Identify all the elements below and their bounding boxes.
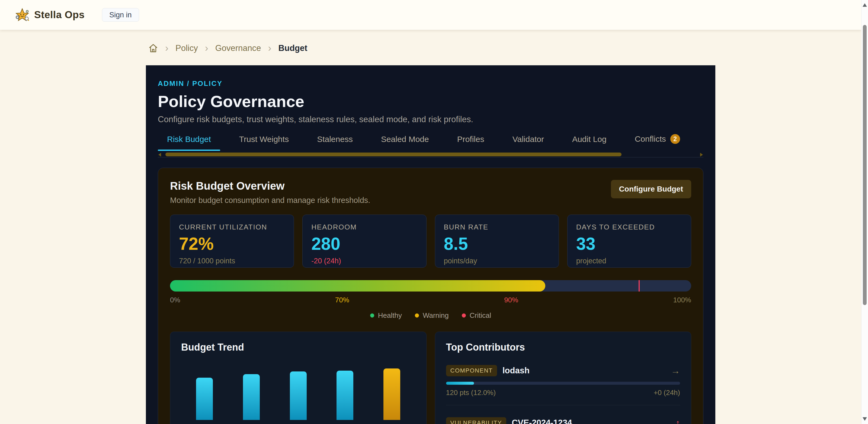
stat-value: 280 — [311, 235, 417, 253]
overview-subtitle: Monitor budget consumption and manage ri… — [170, 196, 370, 205]
scale-label-100: 100% — [673, 296, 691, 304]
trend-col-12-1: 12/1 — [183, 368, 226, 424]
page-scrollbar[interactable] — [861, 0, 868, 424]
stat-label: DAYS TO EXCEEDED — [576, 223, 682, 231]
tab-scrollbar — [158, 152, 704, 158]
risk-budget-overview-section: Risk Budget Overview Monitor budget cons… — [158, 168, 704, 424]
page-subtitle: Configure risk budgets, trust weights, s… — [158, 115, 704, 124]
budget-utilization-fill — [170, 280, 545, 292]
tab-label: Trust Weights — [239, 135, 289, 144]
legend-label: Critical — [470, 311, 491, 320]
contributor-row-cve-2024-1234[interactable]: VULNERABILITYCVE-2024-1234↑95 pts (9.5%)… — [446, 417, 680, 424]
tab-pl[interactable]: Pl — [699, 135, 704, 151]
home-icon[interactable] — [148, 43, 158, 53]
contributor-points: 120 pts (12.0%) — [446, 389, 496, 397]
legend-item-healthy: Healthy — [370, 311, 402, 320]
scroll-down-icon[interactable] — [863, 417, 867, 421]
legend-label: Healthy — [378, 311, 402, 320]
legend-label: Warning — [423, 311, 449, 320]
scroll-up-icon[interactable] — [863, 3, 867, 7]
breadcrumb-item-policy[interactable]: Policy — [176, 43, 198, 53]
stat-value: 72% — [179, 235, 285, 253]
tab-label: Audit Log — [572, 135, 607, 144]
stat-card-current-utilization: CURRENT UTILIZATION72%720 / 1000 points — [170, 215, 294, 268]
configure-budget-button[interactable]: Configure Budget — [611, 180, 691, 198]
breadcrumb-item-budget: Budget — [278, 43, 308, 53]
top-contributors-title: Top Contributors — [446, 341, 680, 353]
tab-conflicts[interactable]: Conflicts2 — [626, 134, 689, 151]
tab-profiles[interactable]: Profiles — [448, 135, 494, 151]
stat-value: 33 — [576, 235, 682, 253]
contributor-header: COMPONENTlodash→ — [446, 365, 680, 376]
legend-item-critical: Critical — [462, 311, 491, 320]
app-header: Stella Ops Sign in — [0, 0, 862, 30]
page: Stella Ops Sign in ›Policy›Governance›Bu… — [0, 0, 868, 424]
tab-label: Profiles — [457, 135, 484, 144]
tab-label: Conflicts — [635, 134, 666, 143]
stat-subtext: projected — [576, 257, 682, 265]
trend-col-12-8: 12/8 — [230, 368, 273, 424]
tabs: Risk BudgetTrust WeightsStalenessSealed … — [158, 134, 704, 151]
stat-label: BURN RATE — [444, 223, 550, 231]
stat-value: 8.5 — [444, 235, 550, 253]
chevron-right-icon: › — [165, 43, 168, 53]
page-hero: ADMIN / POLICY Policy Governance Configu… — [146, 65, 715, 124]
policy-governance-panel: ADMIN / POLICY Policy Governance Configu… — [146, 65, 715, 424]
stat-card-headroom: HEADROOM280-20 (24h) — [302, 215, 426, 268]
breadcrumb-item-governance[interactable]: Governance — [215, 43, 261, 53]
stat-label: CURRENT UTILIZATION — [179, 223, 285, 231]
arrow-up-icon: ↑ — [676, 418, 680, 424]
budget-utilization-bar — [170, 280, 691, 292]
legend-item-warning: Warning — [415, 311, 449, 320]
tab-bar: Risk BudgetTrust WeightsStalenessSealed … — [158, 134, 704, 158]
arrow-right-icon: → — [671, 366, 680, 375]
tab-audit-log[interactable]: Audit Log — [563, 135, 616, 151]
tab-scroll-left-icon[interactable] — [158, 153, 161, 157]
page-scrollbar-thumb[interactable] — [863, 25, 867, 305]
overview-header: Risk Budget Overview Monitor budget cons… — [170, 180, 691, 205]
page-title: Policy Governance — [158, 92, 704, 111]
trend-bar-12-29 — [383, 368, 400, 420]
tab-staleness[interactable]: Staleness — [308, 135, 362, 151]
tab-validator[interactable]: Validator — [503, 135, 553, 151]
contributor-type-badge: VULNERABILITY — [446, 417, 506, 424]
scale-label-0: 0% — [170, 296, 180, 304]
trend-col-12-29: 12/29 — [370, 368, 413, 424]
warning-dot-icon — [415, 314, 419, 318]
trend-bar-12-15 — [290, 371, 307, 420]
stat-cards: CURRENT UTILIZATION72%720 / 1000 pointsH… — [170, 215, 691, 268]
breadcrumb-eyebrow: ADMIN / POLICY — [158, 79, 704, 88]
tab-scroll-right-icon[interactable] — [700, 153, 703, 157]
tab-label: Validator — [513, 135, 544, 144]
overview-heading: Risk Budget Overview Monitor budget cons… — [170, 180, 370, 205]
stat-subtext: points/day — [444, 257, 550, 265]
stat-subtext: 720 / 1000 points — [179, 257, 285, 265]
budget-scale-labels: 0%70%90%100% — [170, 296, 691, 304]
stat-label: HEADROOM — [311, 223, 417, 231]
tab-label: Sealed Mode — [381, 135, 429, 144]
trend-col-12-22: 12/22 — [323, 368, 367, 424]
stat-card-days-to-exceeded: DAYS TO EXCEEDED33projected — [567, 215, 691, 268]
trend-bar-12-1 — [196, 378, 213, 420]
contributor-list: COMPONENTlodash→120 pts (12.0%)+0 (24h)V… — [446, 365, 680, 424]
budget-trend-title: Budget Trend — [181, 341, 415, 353]
chevron-right-icon: › — [205, 43, 208, 53]
contributor-stats: 120 pts (12.0%)+0 (24h) — [446, 389, 680, 397]
brand: Stella Ops — [15, 8, 85, 22]
stat-card-burn-rate: BURN RATE8.5points/day — [435, 215, 559, 268]
budget-trend-chart: 12/112/812/1512/2212/29 — [181, 368, 415, 424]
critical-threshold-marker — [639, 280, 640, 292]
brand-name: Stella Ops — [34, 9, 85, 21]
tab-badge-conflicts: 2 — [670, 134, 680, 144]
tab-trust-weights[interactable]: Trust Weights — [230, 135, 298, 151]
tab-sealed-mode[interactable]: Sealed Mode — [372, 135, 438, 151]
budget-legend: HealthyWarningCritical — [170, 311, 691, 320]
contributor-delta: +0 (24h) — [653, 389, 680, 397]
tab-risk-budget[interactable]: Risk Budget — [158, 135, 220, 151]
trend-col-12-15: 12/15 — [277, 368, 320, 424]
top-contributors-card: Top Contributors COMPONENTlodash→120 pts… — [435, 332, 691, 424]
tab-label: Staleness — [317, 135, 353, 144]
tab-scrollbar-thumb[interactable] — [165, 153, 621, 156]
sign-in-button[interactable]: Sign in — [102, 8, 139, 22]
contributor-row-lodash[interactable]: COMPONENTlodash→120 pts (12.0%)+0 (24h) — [446, 365, 680, 397]
